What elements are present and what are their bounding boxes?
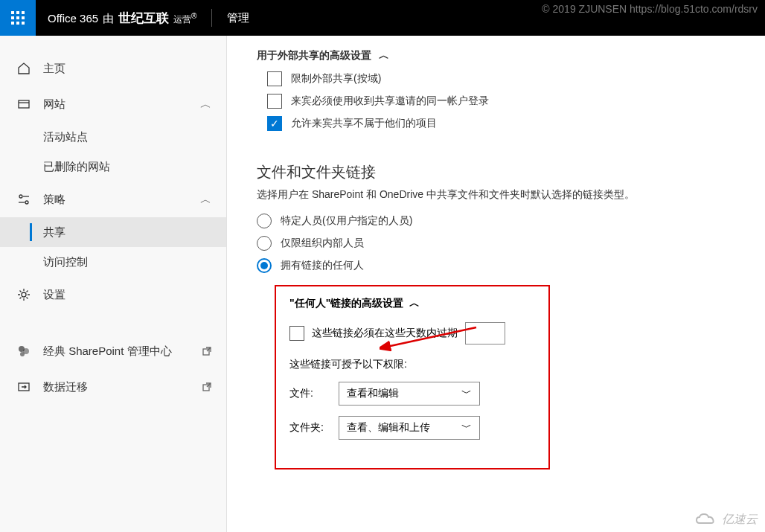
brand: Office 365 由 世纪互联 运营® xyxy=(36,10,208,27)
chevron-up-icon: ︿ xyxy=(200,193,211,207)
checkbox-guest-share[interactable]: ✓ xyxy=(267,116,282,131)
brand-prefix: Office 365 xyxy=(48,12,98,25)
app-launcher[interactable] xyxy=(0,0,36,36)
migration-icon xyxy=(15,380,33,394)
nav-sites-label: 网站 xyxy=(43,97,200,112)
radio-org[interactable] xyxy=(257,236,272,251)
folder-perm-select[interactable]: 查看、编辑和上传 ﹀ xyxy=(339,416,480,440)
chevron-down-icon: ﹀ xyxy=(461,387,472,400)
sidebar: 主页 网站 ︿ 活动站点 已删除的网站 策略 ︿ 共享 访问控制 设置 经典 S… xyxy=(0,36,227,532)
svg-rect-0 xyxy=(11,11,14,14)
folder-perm-row: 文件夹: 查看、编辑和上传 ﹀ xyxy=(289,416,535,440)
radio-anyone[interactable] xyxy=(257,258,272,273)
nav-settings[interactable]: 设置 xyxy=(0,277,226,313)
chevron-up-icon: ︿ xyxy=(379,49,389,63)
chevron-up-icon: ︿ xyxy=(409,297,420,310)
divider xyxy=(211,9,212,27)
nav-home[interactable]: 主页 xyxy=(0,51,226,86)
svg-point-18 xyxy=(20,352,25,356)
anyone-settings-box: "任何人"链接的高级设置 ︿ 这些链接必须在这些天数内过期 这些链接可授予以下权… xyxy=(275,285,550,469)
anyone-title[interactable]: "任何人"链接的高级设置 ︿ xyxy=(289,297,535,310)
waffle-icon xyxy=(11,11,25,25)
file-perm-select[interactable]: 查看和编辑 ﹀ xyxy=(339,382,480,406)
sites-icon xyxy=(15,97,33,111)
svg-rect-7 xyxy=(16,22,19,25)
links-desc: 选择用户在 SharePoint 和 OneDrive 中共享文件和文件夹时默认… xyxy=(257,188,735,202)
nav-classic[interactable]: 经典 SharePoint 管理中心 xyxy=(0,333,226,369)
cloud-icon xyxy=(694,511,717,528)
svg-rect-4 xyxy=(16,16,19,19)
svg-rect-1 xyxy=(16,11,19,14)
nav-sharing[interactable]: 共享 xyxy=(0,217,226,247)
svg-rect-9 xyxy=(19,100,29,108)
cb-same-account: 来宾必须使用收到共享邀请的同一帐户登录 xyxy=(267,94,735,109)
checkbox-expire[interactable] xyxy=(289,326,304,341)
cb-guest-share: ✓ 允许来宾共享不属于他们的项目 xyxy=(267,116,735,131)
nav-settings-label: 设置 xyxy=(43,288,211,302)
radio-row-specific: 特定人员(仅用户指定的人员) xyxy=(257,214,735,228)
nav-policy-label: 策略 xyxy=(43,193,200,207)
sharepoint-icon xyxy=(15,344,33,358)
cb-limit-domain: 限制外部共享(按域) xyxy=(267,71,735,86)
nav-home-label: 主页 xyxy=(43,62,211,76)
admin-label: 管理 xyxy=(215,11,261,25)
nav-policy[interactable]: 策略 ︿ xyxy=(0,182,226,217)
svg-rect-2 xyxy=(22,11,25,14)
nav-sites[interactable]: 网站 ︿ xyxy=(0,86,226,122)
chevron-down-icon: ﹀ xyxy=(461,421,472,435)
perm-label: 这些链接可授予以下权限: xyxy=(289,358,535,371)
external-icon xyxy=(202,381,211,394)
brand-by: 由 xyxy=(103,12,114,26)
radio-row-org: 仅限组织内部人员 xyxy=(257,236,735,251)
external-sharing-header[interactable]: 用于外部共享的高级设置 ︿ xyxy=(257,49,735,63)
nav-active-sites[interactable]: 活动站点 xyxy=(0,122,226,152)
svg-rect-6 xyxy=(11,22,14,25)
svg-point-11 xyxy=(19,195,22,198)
watermark-text: © 2019 ZJUNSEN https://blog.51cto.com/rd… xyxy=(542,3,758,15)
radio-row-anyone: 拥有链接的任何人 xyxy=(257,258,735,273)
brand-logo: 世纪互联 xyxy=(118,10,169,27)
expire-days-input[interactable] xyxy=(465,322,505,344)
gear-icon xyxy=(15,288,33,301)
nav-access-control[interactable]: 访问控制 xyxy=(0,247,226,277)
home-icon xyxy=(15,62,33,75)
nav-migration-label: 数据迁移 xyxy=(43,380,202,394)
svg-point-12 xyxy=(25,201,28,204)
policy-icon xyxy=(15,193,33,206)
brand-suffix: 运营 xyxy=(173,14,191,25)
yisu-watermark: 亿速云 xyxy=(694,511,758,528)
svg-rect-8 xyxy=(22,22,25,25)
radio-specific[interactable] xyxy=(257,214,272,228)
expire-row: 这些链接必须在这些天数内过期 xyxy=(289,322,535,344)
external-icon xyxy=(202,345,211,358)
chevron-up-icon: ︿ xyxy=(200,97,211,112)
svg-rect-5 xyxy=(22,16,25,19)
checkbox-same-account[interactable] xyxy=(267,94,282,109)
svg-point-15 xyxy=(22,292,26,297)
nav-deleted-sites[interactable]: 已删除的网站 xyxy=(0,152,226,182)
main-content: 用于外部共享的高级设置 ︿ 限制外部共享(按域) 来宾必须使用收到共享邀请的同一… xyxy=(227,36,765,532)
file-perm-row: 文件: 查看和编辑 ﹀ xyxy=(289,382,535,406)
checkbox-limit-domain[interactable] xyxy=(267,71,282,86)
nav-classic-label: 经典 SharePoint 管理中心 xyxy=(43,344,202,359)
links-title: 文件和文件夹链接 xyxy=(257,162,735,182)
svg-rect-3 xyxy=(11,16,14,19)
nav-migration[interactable]: 数据迁移 xyxy=(0,369,226,405)
